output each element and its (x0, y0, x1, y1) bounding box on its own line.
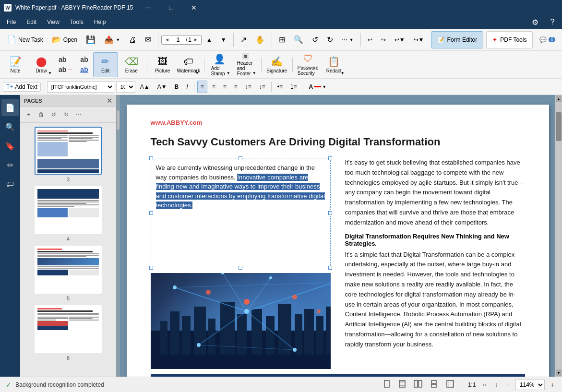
undo-button[interactable]: ↩ (364, 31, 376, 48)
align-right-button[interactable]: ≡ (220, 81, 229, 93)
two-page-button[interactable] (412, 379, 424, 390)
bullet-list-button[interactable]: •≡ (275, 81, 286, 93)
hand-tool-button[interactable]: ✋ (251, 31, 269, 48)
print-button[interactable]: 🖨 (125, 31, 140, 48)
edit-tool-button[interactable]: ✏ Edit (93, 52, 118, 77)
text-type-ab-btn[interactable]: ab (55, 55, 76, 64)
add-stamp-button[interactable]: 👤 Add Stamp ▼ (207, 52, 232, 77)
header-footer-button[interactable]: ≡ Header and Footer ▼ (233, 52, 258, 77)
menu-file[interactable]: File (2, 17, 21, 27)
page-tool-more[interactable]: ⋯ (73, 109, 84, 120)
fit-height-button[interactable]: ↕ (493, 380, 500, 389)
handle-ml[interactable] (149, 211, 153, 215)
minimize-button[interactable]: ─ (137, 0, 159, 15)
increase-font-button[interactable]: A▲ (137, 81, 153, 93)
rotate-right-button[interactable]: ↻ (323, 31, 337, 48)
fit-width-button[interactable]: ↔ (480, 380, 490, 389)
menu-edit[interactable]: Edit (22, 17, 41, 27)
open-button[interactable]: 📂 Open (48, 31, 81, 48)
pdf-tools-button[interactable]: ✦ PDF Tools (486, 31, 533, 48)
zoom-fit-button[interactable]: ⊞ (275, 31, 289, 48)
form-editor-button[interactable]: 📝 Form Editor (431, 31, 484, 48)
new-task-button[interactable]: 📄 New Task (3, 31, 47, 48)
draw-tool-button[interactable]: ⬤ Draw ▼ (29, 52, 54, 77)
bookmarks-panel-button[interactable]: 🔖 (1, 137, 19, 154)
note-tool-button[interactable]: 📝 Note (3, 52, 28, 77)
select-tool-button[interactable]: ↗ (237, 31, 251, 48)
page-thumbnail-4[interactable]: 4 (24, 186, 112, 242)
settings-icon[interactable]: ⚙ (527, 16, 543, 28)
menu-view[interactable]: View (42, 17, 64, 27)
font-selector[interactable]: [ITCFranklinGothic] (47, 81, 114, 93)
font-size-selector[interactable]: 10 8 9 11 12 14 16 (116, 81, 135, 93)
add-text-button[interactable]: T+ Add Text (3, 82, 41, 92)
decrease-font-button[interactable]: A▼ (155, 81, 170, 93)
help-icon[interactable]: ? (545, 16, 560, 28)
redo-more-button[interactable]: ↪▼ (410, 31, 428, 48)
align-center-button[interactable]: ≡ (209, 81, 218, 93)
zoom-out-button[interactable]: − (504, 381, 512, 389)
handle-tm[interactable] (239, 156, 242, 160)
watermark-tool-button[interactable]: 🏷 Watermark ▼ (176, 52, 201, 77)
menu-help[interactable]: Help (89, 17, 111, 27)
italic-button[interactable]: I (183, 81, 191, 93)
text-format-btn1[interactable]: ab (76, 55, 92, 64)
pages-panel-button[interactable]: 📄 (1, 99, 19, 116)
annotations-panel-button[interactable]: ✏ (1, 156, 19, 174)
close-button[interactable]: ✕ (183, 0, 205, 15)
rotate-left-button[interactable]: ↺ (308, 31, 322, 48)
menu-tools[interactable]: Tools (65, 17, 88, 27)
export-button[interactable]: 📤 ▼ (100, 31, 124, 48)
scroll-thumb[interactable] (556, 112, 562, 141)
next-page-button[interactable]: ► (192, 36, 199, 43)
align-justify-button[interactable]: ≡ (231, 81, 240, 93)
text-type-ab2-btn[interactable]: ab — (55, 65, 76, 74)
fullscreen-button[interactable] (444, 379, 456, 390)
handle-bl[interactable] (149, 266, 153, 270)
search-panel-button[interactable]: 🔍 (1, 118, 19, 135)
single-page-button[interactable] (381, 379, 393, 390)
zoom-selector[interactable]: 114% 50% 75% 100% 125% 150% 200% (515, 380, 545, 390)
page-number-input[interactable] (171, 36, 185, 43)
page-thumbnail-6[interactable]: 6 (24, 305, 112, 361)
tags-panel-button[interactable]: 🏷 (1, 176, 19, 193)
page-tool-rotate-right[interactable]: ↻ (60, 109, 72, 120)
page-thumbnail-5[interactable]: 5 (24, 246, 112, 301)
handle-bm[interactable] (239, 266, 242, 270)
scroll-page-button[interactable] (428, 379, 441, 390)
save-button[interactable]: 💾 (82, 31, 99, 48)
email-button[interactable]: ✉ (141, 31, 155, 48)
signature-button[interactable]: ✍ Signature (264, 52, 289, 77)
page-up-button[interactable]: ▲ (203, 31, 216, 48)
handle-tr[interactable] (328, 156, 332, 160)
handle-mr[interactable] (328, 211, 332, 215)
scroll-up-button[interactable]: ▲ (556, 95, 562, 102)
page-tool-rotate-left[interactable]: ↺ (48, 109, 60, 120)
prev-page-button[interactable]: ◄ (164, 36, 170, 43)
page-tool-delete[interactable]: 🗑 (36, 109, 47, 120)
password-security-button[interactable]: 🛡 Password Security (296, 52, 321, 77)
bold-button[interactable]: B (172, 81, 182, 93)
pages-panel-close[interactable]: ✕ (107, 97, 112, 105)
notifications-button[interactable]: 💬 0 (536, 31, 559, 48)
handle-tl[interactable] (149, 156, 153, 160)
maximize-button[interactable]: □ (160, 0, 182, 15)
scroll-down-button[interactable]: ▼ (556, 369, 562, 376)
erase-tool-button[interactable]: ⌫ Erase (119, 52, 144, 77)
page-tool-add[interactable]: + (23, 109, 35, 120)
page-thumbnail-3[interactable]: 3 (24, 127, 112, 182)
text-color-button[interactable]: A ▼ (306, 81, 330, 93)
text-selection-box[interactable]: We are currently witnessing unprecedente… (151, 158, 331, 268)
align-left-button[interactable]: ≡ (197, 81, 207, 93)
handle-br[interactable] (328, 266, 332, 270)
document-area[interactable]: www.ABBYY.com Tech Savvy Customers Are D… (116, 95, 562, 377)
zoom-select-button[interactable]: 🔍 (290, 31, 307, 48)
undo-more-button[interactable]: ↩▼ (391, 31, 409, 48)
text-format-btn2[interactable]: ab (76, 65, 92, 74)
line-spacing-button[interactable]: ↕≡ (242, 81, 254, 93)
document-scrollbar[interactable]: ▲ ▼ (555, 95, 562, 377)
redact-button[interactable]: 📋 Redact ▼ (322, 52, 347, 77)
zoom-in-button[interactable]: + (549, 381, 556, 389)
more-button[interactable]: ⋯ ▼ (338, 31, 358, 48)
picture-tool-button[interactable]: 🖼 Picture (150, 52, 175, 77)
